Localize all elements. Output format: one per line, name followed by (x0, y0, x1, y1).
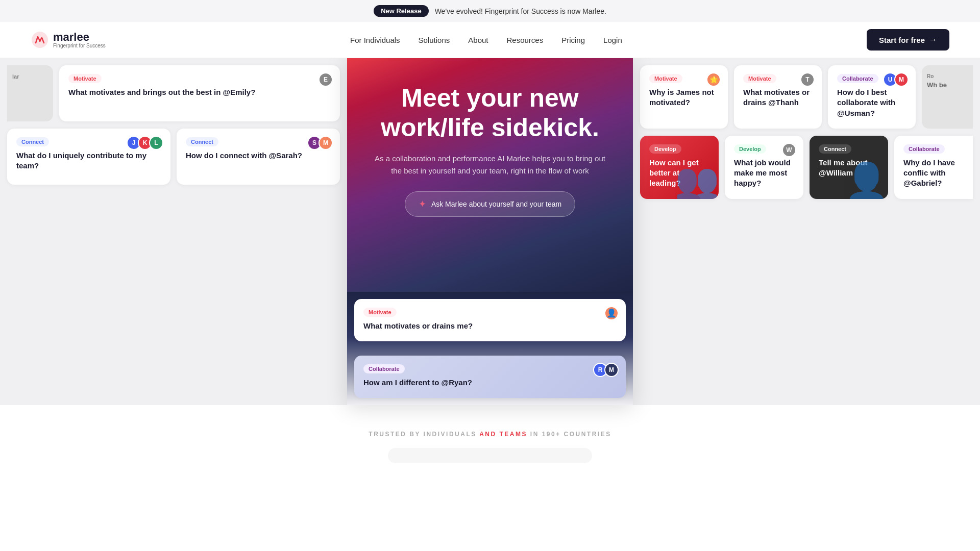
card-avatar: T (800, 72, 815, 87)
card-avatar: E (318, 72, 333, 87)
start-btn-label: Start for free (879, 36, 925, 44)
person-image: 👥 (675, 136, 719, 199)
card-emily[interactable]: Motivate E What motivates and brings out… (59, 65, 340, 121)
card-title: What motivates or drains @Thanh (743, 87, 813, 108)
partial-card-right-top: Ro Wh be (922, 65, 973, 129)
nav-pricing[interactable]: Pricing (561, 36, 585, 44)
card-title: What do I uniquely contribute to my team… (16, 151, 161, 171)
nav-resources[interactable]: Resources (507, 36, 544, 44)
nav-for-individuals[interactable]: For Individuals (350, 36, 400, 44)
card-avatar: R M (593, 363, 619, 377)
logo-text: marlee Fingerprint for Success (53, 32, 106, 48)
card-avatar: W (782, 143, 796, 157)
hero-main: Meet your new work/life sidekick. As a c… (347, 58, 633, 292)
partial-card-left: lar (7, 65, 53, 121)
card-title: Why is James not motivated? (649, 87, 719, 108)
card-sarah[interactable]: Connect S M How do I connect with @Sarah… (177, 129, 340, 185)
star-icon: ✦ (419, 198, 426, 210)
card-tag: Motivate (68, 74, 102, 83)
logo-name: marlee (53, 32, 106, 43)
svg-point-1 (39, 40, 41, 42)
card-gabriel[interactable]: Collaborate Why do I have conflic with @… (894, 136, 973, 199)
partial-tag: lar (12, 73, 48, 80)
avatar: M (894, 72, 909, 87)
announcement-message: We've evolved! Fingerprint for Success i… (435, 7, 606, 15)
trusted-text-before: TRUSTED BY INDIVIDUALS (369, 431, 479, 438)
right-top-row: Motivate 🌟 Why is James not motivated? M… (640, 65, 973, 129)
hero-bottom-cards: Motivate 👤 What motivates or drains me? … (347, 292, 633, 406)
card-title: How am I different to @Ryan? (363, 378, 617, 388)
card-tag: Collaborate (837, 74, 878, 83)
card-james[interactable]: Motivate 🌟 Why is James not motivated? (640, 65, 728, 129)
card-title: How do I connect with @Sarah? (186, 151, 331, 161)
ask-btn-label: Ask Marlee about yourself and your team (431, 200, 561, 208)
card-tag: Collaborate (903, 144, 945, 154)
left-top-row: lar Motivate E What motivates and brings… (7, 65, 340, 121)
card-leading[interactable]: Develop How can I get better at leading?… (640, 136, 719, 199)
right-bottom-row: Develop How can I get better at leading?… (640, 136, 973, 199)
card-tag: Motivate (363, 308, 397, 317)
main-content: lar Motivate E What motivates and brings… (0, 58, 980, 405)
left-bottom-row: Connect J K L What do I uniquely contrib… (7, 129, 340, 185)
card-avatar: 🌟 (706, 72, 721, 87)
card-happy[interactable]: Develop W What job would make me most ha… (725, 136, 803, 199)
card-tag: Motivate (743, 74, 776, 83)
avatar: 👤 (604, 306, 619, 320)
trusted-section: TRUSTED BY INDIVIDUALS AND TEAMS IN 190+… (0, 405, 980, 443)
card-tag: Develop (734, 144, 766, 154)
card-ryan[interactable]: Collaborate R M How am I different to @R… (354, 356, 626, 398)
card-title: Why do I have conflic with @Gabriel? (903, 158, 964, 189)
start-for-free-button[interactable]: Start for free → (867, 29, 949, 51)
avatar: W (782, 143, 796, 157)
card-title: How do I best collaborate with @Usman? (837, 87, 906, 118)
nav-login[interactable]: Login (603, 36, 622, 44)
left-cards-column: lar Motivate E What motivates and brings… (0, 58, 347, 405)
new-release-badge: New Release (374, 5, 429, 17)
card-contribute[interactable]: Connect J K L What do I uniquely contrib… (7, 129, 170, 185)
right-cards-column: Motivate 🌟 Why is James not motivated? M… (633, 58, 980, 405)
nav-solutions[interactable]: Solutions (419, 36, 450, 44)
logo-icon (31, 31, 49, 49)
card-avatar: U M (883, 72, 909, 87)
avatar: M (318, 136, 333, 150)
hero-bottom-bottom: Collaborate R M How am I different to @R… (347, 352, 633, 405)
logo-tagline: Fingerprint for Success (53, 43, 106, 48)
hero-headline: Meet your new work/life sidekick. (373, 84, 607, 142)
trusted-text-highlight: AND TEAMS (479, 431, 527, 438)
avatar: 🌟 (706, 72, 721, 87)
card-tag: Connect (16, 137, 49, 146)
card-tag: Connect (186, 137, 218, 146)
trusted-logos (0, 443, 980, 468)
card-title: What motivates or drains me? (363, 321, 617, 331)
person-image: 👤 (845, 136, 888, 199)
hero-column: Meet your new work/life sidekick. As a c… (347, 58, 633, 405)
hero-description: As a collaboration and performance AI Ma… (373, 153, 607, 177)
card-tag: Collaborate (363, 364, 405, 373)
arrow-icon: → (929, 35, 937, 44)
ask-marlee-button[interactable]: ✦ Ask Marlee about yourself and your tea… (405, 191, 575, 217)
card-avatar: 👤 (604, 306, 619, 320)
avatar: T (800, 72, 815, 87)
card-avatar: S M (307, 136, 333, 150)
nav: For Individuals Solutions About Resource… (350, 36, 622, 44)
logos-placeholder (388, 448, 592, 463)
logo[interactable]: marlee Fingerprint for Success (31, 31, 106, 49)
card-william[interactable]: Connect Tell me about @William 👤 (810, 136, 888, 199)
card-title: What job would make me most happy? (734, 158, 794, 189)
nav-about[interactable]: About (468, 36, 488, 44)
header: marlee Fingerprint for Success For Indiv… (0, 22, 980, 58)
card-tag: Motivate (649, 74, 682, 83)
avatar: M (604, 363, 619, 377)
card-drains-me[interactable]: Motivate 👤 What motivates or drains me? (354, 299, 626, 341)
hero-bottom-top: Motivate 👤 What motivates or drains me? (347, 292, 633, 345)
avatar: L (149, 136, 163, 150)
page: New Release We've evolved! Fingerprint f… (0, 0, 980, 468)
card-usman[interactable]: Collaborate U M How do I best collaborat… (828, 65, 916, 129)
card-avatar: J K L (127, 136, 163, 150)
card-title: What motivates and brings out the best i… (68, 87, 331, 97)
card-thanh[interactable]: Motivate T What motivates or drains @Tha… (734, 65, 822, 129)
trusted-text-after: IN 190+ COUNTRIES (527, 431, 611, 438)
avatar: E (318, 72, 333, 87)
announcement-bar: New Release We've evolved! Fingerprint f… (0, 0, 980, 22)
